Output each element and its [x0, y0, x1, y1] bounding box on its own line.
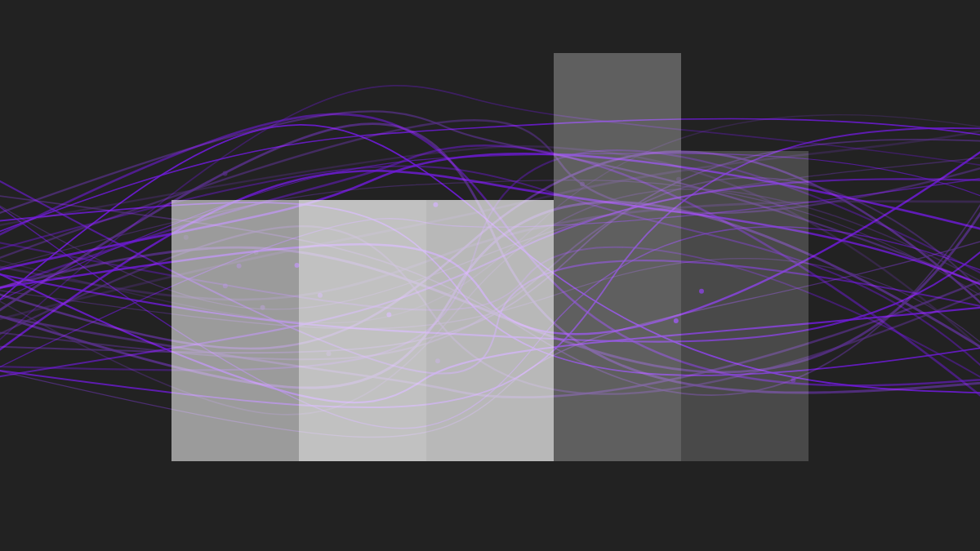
flow-line-endpoint	[223, 171, 228, 176]
flow-line	[0, 189, 980, 415]
flow-line	[0, 226, 980, 394]
flow-line	[0, 268, 980, 398]
flow-line-endpoint	[254, 250, 259, 255]
flow-line	[0, 153, 980, 309]
flow-line	[0, 111, 980, 297]
flow-line	[0, 152, 980, 349]
flow-line	[0, 259, 980, 372]
flow-line-endpoint	[261, 305, 265, 310]
flow-line	[0, 124, 980, 393]
flow-line	[0, 146, 980, 378]
flow-line-endpoint	[326, 351, 331, 356]
flow-line-endpoint	[184, 235, 189, 240]
chart-canvas	[0, 0, 980, 551]
flow-lines-front	[0, 0, 980, 551]
flow-line-endpoint	[676, 177, 681, 182]
